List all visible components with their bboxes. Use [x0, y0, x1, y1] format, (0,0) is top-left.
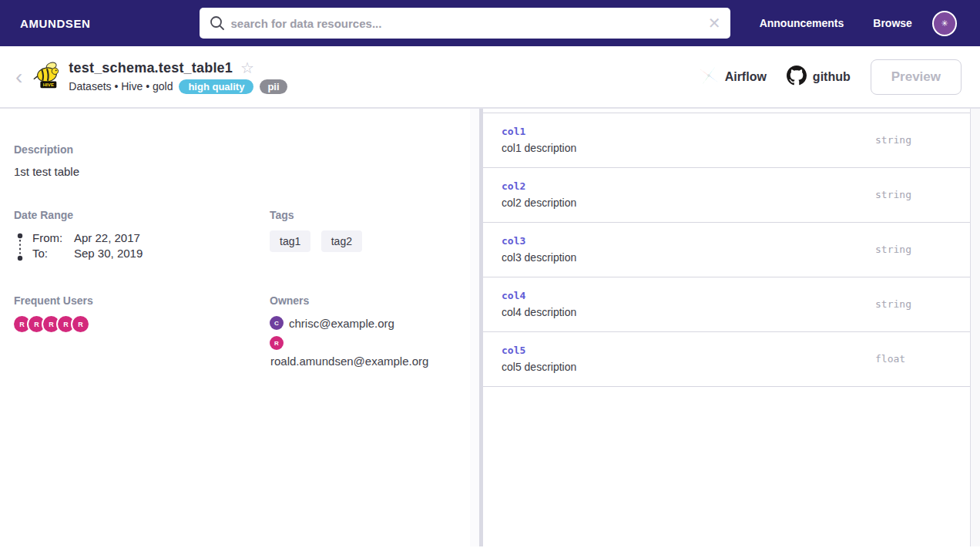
column-description: col5 description: [502, 361, 875, 373]
date-from-row: From: Apr 22, 2017: [32, 230, 143, 246]
scrollbar-gutter[interactable]: [970, 109, 980, 546]
date-range-icon: [15, 233, 25, 265]
table-header: ‹ HIVE test_schema.test_table1 ☆ Dataset…: [0, 46, 980, 109]
frequent-users-heading: Frequent Users: [14, 294, 270, 307]
hive-logo-icon: HIVE: [32, 60, 61, 94]
top-navbar: AMUNDSEN ✕ Announcements Browse ✳: [0, 0, 980, 46]
column-name[interactable]: col1: [502, 126, 875, 137]
search-input[interactable]: [200, 8, 730, 39]
airflow-label: Airflow: [725, 70, 767, 84]
bookmark-star-icon[interactable]: ☆: [240, 60, 254, 76]
frequent-user-avatar[interactable]: R: [72, 316, 89, 332]
clear-search-icon[interactable]: ✕: [708, 14, 721, 32]
search-icon: [209, 15, 226, 35]
frequent-user-avatar[interactable]: R: [14, 316, 30, 332]
date-to-value: Sep 30, 2019: [74, 246, 143, 261]
frequent-user-avatar[interactable]: R: [29, 316, 45, 332]
owners-heading: Owners: [270, 294, 451, 307]
tags-heading: Tags: [270, 209, 451, 221]
column-row[interactable]: col5 col5 description float: [483, 332, 970, 387]
table-detail-panel: Description 1st test table Date Range: [0, 109, 470, 546]
column-type: string: [875, 298, 951, 310]
github-label: github: [813, 70, 851, 84]
column-type: string: [875, 134, 951, 146]
column-description: col4 description: [502, 306, 875, 318]
column-description: col3 description: [502, 251, 875, 264]
user-avatar[interactable]: ✳: [932, 11, 957, 36]
frequent-user-avatar[interactable]: R: [43, 316, 59, 332]
owner-email-link[interactable]: roald.amundsen@example.org: [270, 355, 451, 368]
column-name[interactable]: col5: [502, 345, 875, 356]
owner-avatar[interactable]: R: [270, 336, 284, 350]
column-description: col1 description: [502, 142, 875, 154]
column-row[interactable]: col1 col1 description string: [483, 113, 970, 168]
description-text[interactable]: 1st test table: [14, 165, 451, 178]
breadcrumb: Datasets • Hive • gold: [69, 80, 173, 92]
github-icon: [787, 66, 807, 89]
columns-panel: col1 col1 description string col2 col2 d…: [483, 109, 970, 546]
date-range-heading: Date Range: [14, 209, 270, 221]
preview-button[interactable]: Preview: [871, 59, 962, 95]
owner-email-link[interactable]: chrisc@example.org: [289, 317, 394, 330]
column-name[interactable]: col2: [502, 180, 875, 192]
svg-text:HIVE: HIVE: [43, 82, 54, 87]
nav-link-browse[interactable]: Browse: [873, 17, 912, 29]
column-description: col2 description: [502, 197, 875, 209]
badge-pii[interactable]: pii: [260, 79, 287, 94]
column-row[interactable]: col3 col3 description string: [483, 223, 970, 277]
tag-pill[interactable]: tag1: [270, 230, 310, 252]
column-type: string: [875, 244, 951, 255]
page-title: test_schema.test_table1: [69, 60, 233, 76]
columns-list: col1 col1 description string col2 col2 d…: [483, 113, 970, 387]
badge-high-quality[interactable]: high quality: [179, 79, 253, 94]
column-name[interactable]: col3: [502, 235, 875, 247]
nav-link-announcements[interactable]: Announcements: [760, 17, 844, 29]
frequent-users-section: Frequent Users R R R R R: [14, 294, 270, 368]
date-from-label: From:: [32, 230, 74, 246]
airflow-icon: [699, 66, 719, 89]
owner-avatar[interactable]: C: [270, 316, 284, 330]
column-row[interactable]: col4 col4 description string: [483, 277, 970, 332]
column-type: string: [875, 189, 951, 200]
date-from-value: Apr 22, 2017: [74, 230, 140, 246]
frequent-user-avatar[interactable]: R: [58, 316, 74, 332]
avatar-glyph-icon: ✳: [941, 18, 948, 29]
search-bar: ✕: [200, 8, 730, 39]
back-chevron-icon[interactable]: ‹: [11, 66, 27, 88]
column-type: float: [875, 353, 951, 365]
main-content: Description 1st test table Date Range: [0, 109, 980, 546]
column-row[interactable]: col2 col2 description string: [483, 168, 970, 223]
date-to-label: To:: [32, 246, 74, 261]
date-range-section: Date Range From: Apr 22, 2017: [14, 209, 270, 265]
column-name[interactable]: col4: [502, 290, 875, 301]
app-logo[interactable]: AMUNDSEN: [20, 17, 90, 30]
description-heading: Description: [14, 143, 451, 156]
github-link[interactable]: github: [787, 66, 851, 89]
panel-gutter: [470, 109, 479, 546]
airflow-link[interactable]: Airflow: [699, 66, 767, 89]
owners-section: Owners C chrisc@example.org R roald.amun…: [270, 294, 451, 368]
tags-section: Tags tag1 tag2: [270, 209, 451, 265]
tag-pill[interactable]: tag2: [321, 230, 362, 252]
date-to-row: To: Sep 30, 2019: [32, 246, 143, 261]
